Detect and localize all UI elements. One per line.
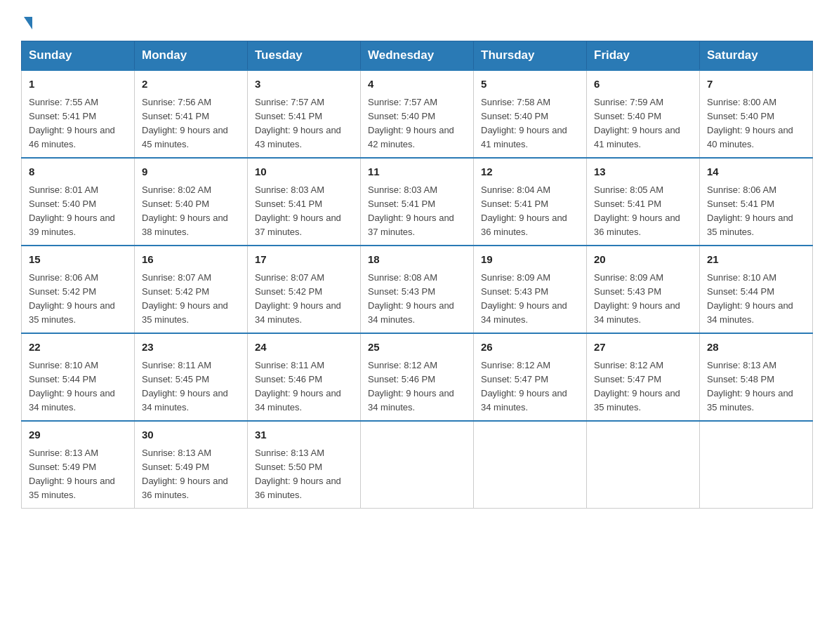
calendar-cell: 22Sunrise: 8:10 AMSunset: 5:44 PMDayligh… (22, 333, 135, 421)
day-info: Sunrise: 8:10 AMSunset: 5:44 PMDaylight:… (29, 358, 127, 415)
day-number: 24 (255, 340, 353, 356)
day-info: Sunrise: 8:06 AMSunset: 5:41 PMDaylight:… (707, 183, 805, 240)
day-info: Sunrise: 7:58 AMSunset: 5:40 PMDaylight:… (481, 95, 579, 152)
weekday-header-wednesday: Wednesday (361, 41, 474, 71)
day-info: Sunrise: 8:06 AMSunset: 5:42 PMDaylight:… (29, 271, 127, 328)
calendar-cell: 19Sunrise: 8:09 AMSunset: 5:43 PMDayligh… (474, 246, 587, 333)
calendar-cell: 11Sunrise: 8:03 AMSunset: 5:41 PMDayligh… (361, 158, 474, 246)
calendar-cell (700, 421, 813, 509)
calendar-week-row: 22Sunrise: 8:10 AMSunset: 5:44 PMDayligh… (22, 333, 813, 421)
weekday-header-monday: Monday (135, 41, 248, 71)
day-info: Sunrise: 8:12 AMSunset: 5:47 PMDaylight:… (594, 358, 692, 415)
calendar-cell: 18Sunrise: 8:08 AMSunset: 5:43 PMDayligh… (361, 246, 474, 333)
day-number: 12 (481, 164, 579, 180)
calendar-week-row: 29Sunrise: 8:13 AMSunset: 5:49 PMDayligh… (22, 421, 813, 509)
day-info: Sunrise: 8:05 AMSunset: 5:41 PMDaylight:… (594, 183, 692, 240)
calendar-cell: 26Sunrise: 8:12 AMSunset: 5:47 PMDayligh… (474, 333, 587, 421)
day-number: 31 (255, 427, 353, 443)
day-number: 23 (142, 340, 240, 356)
day-info: Sunrise: 8:00 AMSunset: 5:40 PMDaylight:… (707, 95, 805, 152)
weekday-header-friday: Friday (587, 41, 700, 71)
calendar-week-row: 8Sunrise: 8:01 AMSunset: 5:40 PMDaylight… (22, 158, 813, 246)
day-info: Sunrise: 8:11 AMSunset: 5:45 PMDaylight:… (142, 358, 240, 415)
calendar-cell: 27Sunrise: 8:12 AMSunset: 5:47 PMDayligh… (587, 333, 700, 421)
calendar-cell: 1Sunrise: 7:55 AMSunset: 5:41 PMDaylight… (22, 70, 135, 158)
calendar-table: SundayMondayTuesdayWednesdayThursdayFrid… (21, 41, 813, 509)
day-number: 2 (142, 76, 240, 93)
calendar-cell: 14Sunrise: 8:06 AMSunset: 5:41 PMDayligh… (700, 158, 813, 246)
calendar-cell: 8Sunrise: 8:01 AMSunset: 5:40 PMDaylight… (22, 158, 135, 246)
day-info: Sunrise: 8:13 AMSunset: 5:48 PMDaylight:… (707, 358, 805, 415)
day-number: 3 (255, 76, 353, 93)
day-number: 10 (255, 164, 353, 180)
day-number: 29 (29, 427, 127, 443)
weekday-header-thursday: Thursday (474, 41, 587, 71)
logo-arrow-icon (24, 17, 32, 29)
day-number: 6 (594, 76, 692, 93)
calendar-cell: 21Sunrise: 8:10 AMSunset: 5:44 PMDayligh… (700, 246, 813, 333)
day-number: 15 (29, 252, 127, 268)
day-number: 20 (594, 252, 692, 268)
day-number: 21 (707, 252, 805, 268)
calendar-cell: 24Sunrise: 8:11 AMSunset: 5:46 PMDayligh… (248, 333, 361, 421)
day-number: 25 (368, 340, 466, 356)
day-number: 7 (707, 76, 805, 93)
day-number: 9 (142, 164, 240, 180)
weekday-header-sunday: Sunday (22, 41, 135, 71)
day-number: 26 (481, 340, 579, 356)
day-number: 16 (142, 252, 240, 268)
day-info: Sunrise: 8:12 AMSunset: 5:46 PMDaylight:… (368, 358, 466, 415)
day-number: 1 (29, 76, 127, 93)
day-number: 4 (368, 76, 466, 93)
calendar-cell: 5Sunrise: 7:58 AMSunset: 5:40 PMDaylight… (474, 70, 587, 158)
calendar-cell: 28Sunrise: 8:13 AMSunset: 5:48 PMDayligh… (700, 333, 813, 421)
day-info: Sunrise: 7:55 AMSunset: 5:41 PMDaylight:… (29, 95, 127, 152)
day-number: 14 (707, 164, 805, 180)
page-header (21, 14, 813, 27)
calendar-cell (474, 421, 587, 509)
day-info: Sunrise: 8:09 AMSunset: 5:43 PMDaylight:… (594, 271, 692, 328)
day-info: Sunrise: 8:08 AMSunset: 5:43 PMDaylight:… (368, 271, 466, 328)
calendar-cell: 3Sunrise: 7:57 AMSunset: 5:41 PMDaylight… (248, 70, 361, 158)
day-info: Sunrise: 8:13 AMSunset: 5:49 PMDaylight:… (29, 446, 127, 503)
calendar-week-row: 15Sunrise: 8:06 AMSunset: 5:42 PMDayligh… (22, 246, 813, 333)
calendar-cell: 29Sunrise: 8:13 AMSunset: 5:49 PMDayligh… (22, 421, 135, 509)
day-number: 5 (481, 76, 579, 93)
day-info: Sunrise: 8:04 AMSunset: 5:41 PMDaylight:… (481, 183, 579, 240)
day-number: 27 (594, 340, 692, 356)
calendar-cell: 15Sunrise: 8:06 AMSunset: 5:42 PMDayligh… (22, 246, 135, 333)
calendar-cell (587, 421, 700, 509)
calendar-cell: 2Sunrise: 7:56 AMSunset: 5:41 PMDaylight… (135, 70, 248, 158)
weekday-header-saturday: Saturday (700, 41, 813, 71)
weekday-header-tuesday: Tuesday (248, 41, 361, 71)
calendar-cell: 16Sunrise: 8:07 AMSunset: 5:42 PMDayligh… (135, 246, 248, 333)
day-number: 19 (481, 252, 579, 268)
calendar-cell: 17Sunrise: 8:07 AMSunset: 5:42 PMDayligh… (248, 246, 361, 333)
day-info: Sunrise: 8:11 AMSunset: 5:46 PMDaylight:… (255, 358, 353, 415)
calendar-cell: 6Sunrise: 7:59 AMSunset: 5:40 PMDaylight… (587, 70, 700, 158)
day-info: Sunrise: 8:13 AMSunset: 5:50 PMDaylight:… (255, 446, 353, 503)
day-number: 28 (707, 340, 805, 356)
day-number: 13 (594, 164, 692, 180)
day-number: 11 (368, 164, 466, 180)
calendar-cell: 10Sunrise: 8:03 AMSunset: 5:41 PMDayligh… (248, 158, 361, 246)
calendar-cell: 12Sunrise: 8:04 AMSunset: 5:41 PMDayligh… (474, 158, 587, 246)
calendar-cell: 9Sunrise: 8:02 AMSunset: 5:40 PMDaylight… (135, 158, 248, 246)
day-info: Sunrise: 7:56 AMSunset: 5:41 PMDaylight:… (142, 95, 240, 152)
weekday-header-row: SundayMondayTuesdayWednesdayThursdayFrid… (22, 41, 813, 71)
day-info: Sunrise: 7:59 AMSunset: 5:40 PMDaylight:… (594, 95, 692, 152)
calendar-cell: 7Sunrise: 8:00 AMSunset: 5:40 PMDaylight… (700, 70, 813, 158)
day-number: 22 (29, 340, 127, 356)
logo (21, 14, 32, 27)
day-info: Sunrise: 7:57 AMSunset: 5:40 PMDaylight:… (368, 95, 466, 152)
day-number: 8 (29, 164, 127, 180)
calendar-cell: 30Sunrise: 8:13 AMSunset: 5:49 PMDayligh… (135, 421, 248, 509)
day-info: Sunrise: 8:07 AMSunset: 5:42 PMDaylight:… (255, 271, 353, 328)
day-number: 30 (142, 427, 240, 443)
calendar-cell: 23Sunrise: 8:11 AMSunset: 5:45 PMDayligh… (135, 333, 248, 421)
day-info: Sunrise: 8:03 AMSunset: 5:41 PMDaylight:… (368, 183, 466, 240)
day-info: Sunrise: 8:03 AMSunset: 5:41 PMDaylight:… (255, 183, 353, 240)
day-info: Sunrise: 8:12 AMSunset: 5:47 PMDaylight:… (481, 358, 579, 415)
day-number: 18 (368, 252, 466, 268)
calendar-cell: 4Sunrise: 7:57 AMSunset: 5:40 PMDaylight… (361, 70, 474, 158)
